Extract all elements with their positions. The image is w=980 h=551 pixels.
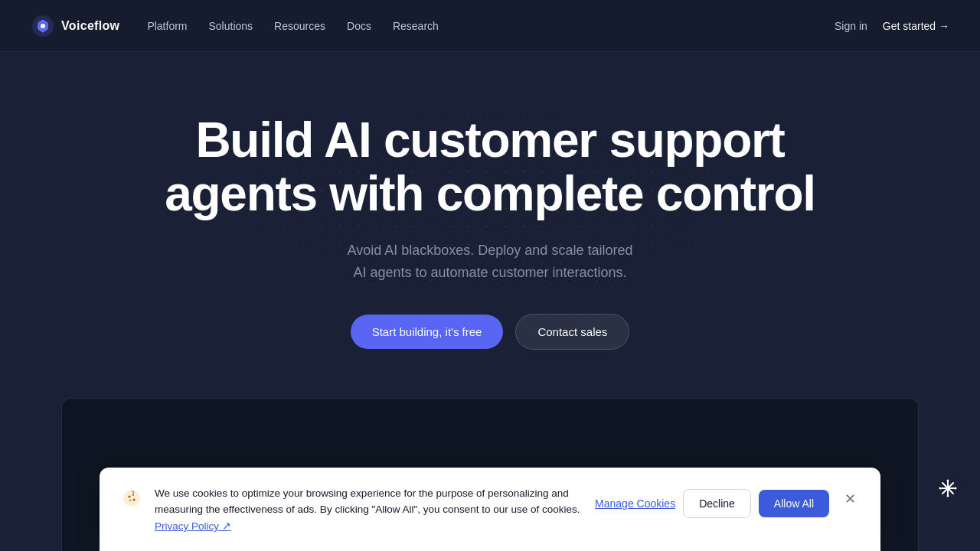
cookie-actions: Manage Cookies Decline Allow All bbox=[595, 489, 829, 518]
cookie-icon bbox=[121, 487, 142, 509]
hero-subtitle-line1: Avoid AI blackboxes. Deploy and scale ta… bbox=[348, 243, 633, 258]
nav-links: Platform Solutions Resources Docs Resear… bbox=[147, 20, 438, 32]
nav-link-research[interactable]: Research bbox=[393, 20, 439, 32]
manage-cookies-button[interactable]: Manage Cookies bbox=[595, 497, 675, 510]
decline-button[interactable]: Decline bbox=[683, 489, 751, 518]
svg-point-2 bbox=[124, 491, 139, 506]
snowflake-decoration bbox=[931, 471, 965, 505]
svg-point-12 bbox=[947, 495, 949, 497]
svg-point-1 bbox=[41, 24, 45, 28]
close-icon: ✕ bbox=[844, 491, 856, 507]
svg-point-11 bbox=[947, 480, 949, 482]
cookie-privacy-link[interactable]: Privacy Policy ↗ bbox=[155, 520, 231, 532]
cookie-text-block: We use cookies to optimize your browsing… bbox=[155, 486, 583, 533]
nav-link-resources[interactable]: Resources bbox=[274, 20, 325, 32]
nav-right: Sign in Get started → bbox=[835, 20, 949, 32]
cookie-text: We use cookies to optimize your browsing… bbox=[155, 487, 580, 515]
hero-content: Build AI customer support agents with co… bbox=[145, 113, 835, 350]
hero-subtitle-line2: AI agents to automate customer interacti… bbox=[353, 265, 626, 280]
cta-primary-button[interactable]: Start building, it's free bbox=[351, 315, 504, 349]
svg-point-5 bbox=[133, 499, 136, 501]
svg-point-3 bbox=[129, 496, 131, 498]
svg-point-6 bbox=[129, 500, 131, 501]
nav-link-solutions[interactable]: Solutions bbox=[209, 20, 253, 32]
logo[interactable]: Voiceflow bbox=[31, 14, 119, 38]
svg-point-14 bbox=[955, 487, 957, 490]
navbar: Voiceflow Platform Solutions Resources D… bbox=[0, 0, 980, 52]
nav-link-docs[interactable]: Docs bbox=[347, 20, 371, 32]
hero-title: Build AI customer support agents with co… bbox=[145, 113, 835, 221]
hero-subtitle: Avoid AI blackboxes. Deploy and scale ta… bbox=[145, 240, 835, 284]
allow-all-button[interactable]: Allow All bbox=[759, 490, 829, 517]
cta-secondary-button[interactable]: Contact sales bbox=[515, 314, 629, 350]
cookie-banner: We use cookies to optimize your browsing… bbox=[100, 468, 880, 551]
signin-button[interactable]: Sign in bbox=[835, 20, 867, 32]
cookie-close-button[interactable]: ✕ bbox=[841, 487, 859, 510]
nav-left: Voiceflow Platform Solutions Resources D… bbox=[31, 14, 439, 38]
nav-link-platform[interactable]: Platform bbox=[147, 20, 187, 32]
logo-label: Voiceflow bbox=[61, 19, 119, 33]
svg-point-13 bbox=[939, 487, 942, 490]
get-started-button[interactable]: Get started → bbox=[883, 20, 949, 32]
hero-buttons: Start building, it's free Contact sales bbox=[145, 314, 835, 350]
